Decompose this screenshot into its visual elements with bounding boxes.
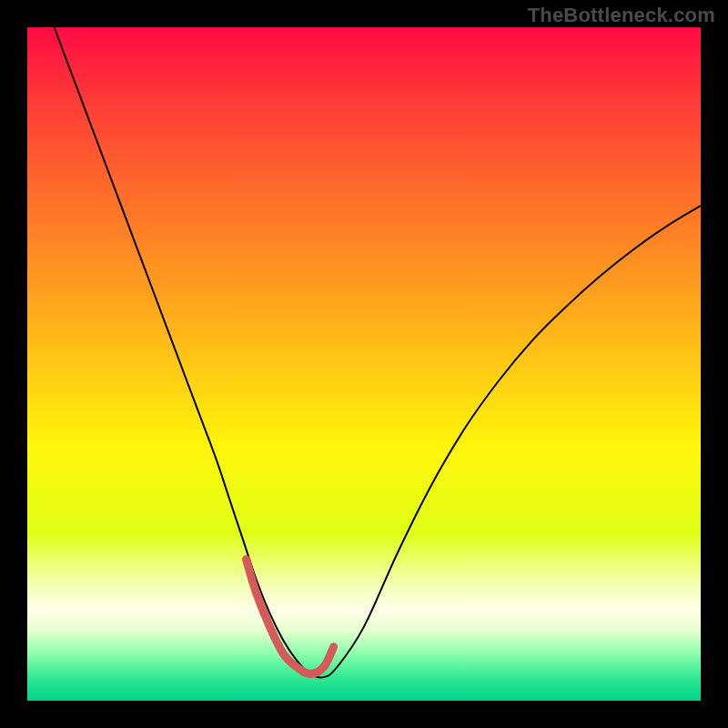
chart-frame: TheBottleneck.com [0,0,728,728]
watermark-text: TheBottleneck.com [528,4,715,27]
bottleneck-curve [55,27,701,678]
sweet-spot-highlight [247,560,334,674]
curve-layer [27,27,701,701]
plot-area [27,27,701,701]
